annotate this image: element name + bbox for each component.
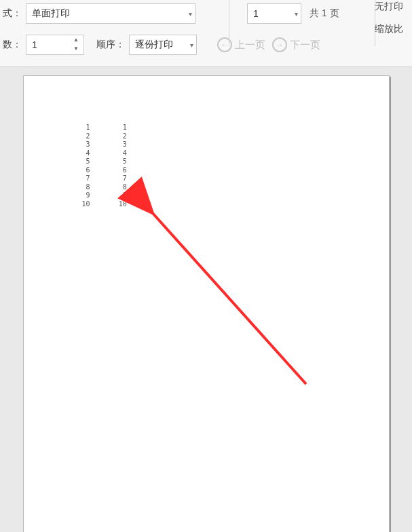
order-label: 顺序： (91, 39, 125, 51)
prev-page-button: ← 上一页 (217, 37, 265, 52)
page-selector-value: 1 (253, 8, 259, 19)
arrow-right-icon: → (272, 37, 287, 52)
caret-down-icon: ▾ (190, 41, 193, 49)
page-selector[interactable]: 1 ▾ (247, 3, 301, 24)
print-toolbar: 式： 单面打印 ▾ 1 ▾ 共 1 页 无打印 缩放比 数： 1 (0, 0, 412, 67)
preview-page: 1 1 2 2 3 3 4 4 5 5 6 6 7 7 8 8 9 9 10 1… (23, 75, 390, 532)
page-count-text: 共 1 页 (310, 7, 339, 20)
copies-spinner[interactable]: 1 ▲ ▼ (26, 35, 84, 55)
caret-down-icon: ▾ (189, 10, 192, 18)
caret-down-icon: ▾ (295, 10, 298, 18)
spinner-down-icon[interactable]: ▼ (71, 45, 81, 54)
copies-value: 1 (32, 39, 71, 50)
fit-combo-value: 无打印 (375, 1, 403, 13)
divider (229, 0, 229, 46)
page-content: 1 1 2 2 3 3 4 4 5 5 6 6 7 7 8 8 9 9 10 1… (74, 124, 127, 208)
zoom-ratio-label: 缩放比 (375, 23, 409, 35)
spinner-up-icon[interactable]: ▲ (71, 36, 81, 45)
mode-combo[interactable]: 单面打印 ▾ (26, 3, 195, 24)
arrow-left-icon: ← (217, 37, 232, 52)
prev-page-label: 上一页 (235, 39, 265, 52)
svg-line-0 (151, 212, 306, 384)
fit-combo[interactable]: 无打印 (375, 0, 409, 14)
next-page-label: 下一页 (290, 39, 320, 52)
mode-combo-value: 单面打印 (32, 7, 70, 20)
copies-label: 数： (0, 39, 22, 51)
mode-label: 式： (0, 7, 22, 20)
order-combo[interactable]: 逐份打印 ▾ (129, 35, 197, 55)
order-combo-value: 逐份打印 (135, 39, 173, 51)
preview-area: 1 1 2 2 3 3 4 4 5 5 6 6 7 7 8 8 9 9 10 1… (0, 67, 412, 532)
next-page-button: → 下一页 (272, 37, 320, 52)
